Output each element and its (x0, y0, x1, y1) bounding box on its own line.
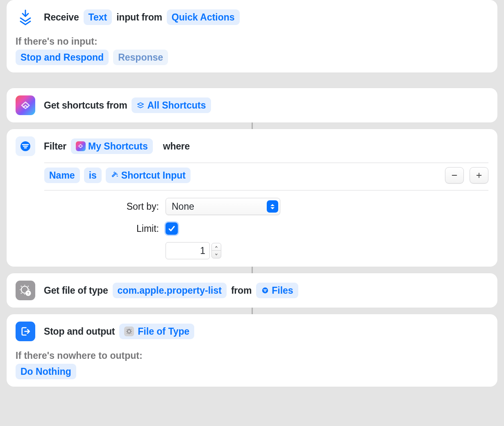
gear-question-icon: ? (16, 281, 35, 300)
gear-chip-icon (124, 326, 134, 336)
output-value[interactable]: File of Type (119, 324, 194, 339)
limit-field[interactable]: 1 (166, 242, 210, 259)
svg-point-14 (127, 330, 131, 333)
shortcuts-app-icon (16, 95, 35, 115)
sort-row: Sort by: None (44, 198, 488, 215)
filter-prefix: Filter (44, 137, 66, 156)
nowhere-action[interactable]: Do Nothing (16, 364, 76, 379)
filter-operator[interactable]: is (84, 168, 102, 183)
filter-value[interactable]: Shortcut Input (106, 168, 191, 183)
limit-label: Limit: (44, 223, 159, 234)
getfile-prefix: Get file of type (44, 281, 108, 300)
getfile-source[interactable]: Files (256, 283, 298, 298)
wand-icon (111, 171, 119, 179)
receive-icon (16, 7, 35, 27)
connector (252, 308, 253, 314)
filter-where: where (163, 137, 190, 156)
get-shortcuts-source[interactable]: All Shortcuts (132, 97, 211, 113)
chevron-updown-icon (267, 200, 278, 213)
limit-stepper[interactable] (211, 243, 221, 258)
getfile-type[interactable]: com.apple.property-list (113, 283, 227, 298)
no-input-response[interactable]: Response (113, 50, 168, 65)
getfile-middle: from (231, 281, 252, 300)
filter-mini-icon (261, 286, 269, 295)
filter-source[interactable]: My Shortcuts (71, 138, 153, 154)
sort-value: None (172, 201, 194, 212)
nowhere-label: If there's nowhere to output: (16, 350, 488, 361)
filter-condition-row: Name is Shortcut Input (44, 167, 488, 184)
output-card: Stop and output File of Type If there's … (7, 314, 497, 387)
svg-text:?: ? (27, 291, 30, 295)
receive-type-pill[interactable]: Text (84, 9, 112, 25)
connector (252, 122, 253, 129)
no-input-label: If there's no input: (16, 36, 488, 47)
sort-label: Sort by: (44, 201, 159, 212)
get-file-card: ? Get file of type com.apple.property-li… (7, 273, 497, 308)
add-condition-button[interactable] (470, 167, 488, 184)
receive-prefix: Receive (44, 8, 79, 27)
stepper-up[interactable] (212, 243, 221, 251)
filter-card: Filter My Shortcuts where Name is Shortc… (7, 129, 497, 267)
divider (44, 163, 488, 163)
filter-icon (16, 136, 35, 156)
receive-card: Receive Text input from Quick Actions If… (7, 0, 497, 73)
sort-select[interactable]: None (166, 198, 280, 215)
shortcuts-mini-icon (76, 141, 86, 151)
divider (44, 190, 488, 190)
get-shortcuts-card: Get shortcuts from All Shortcuts (7, 88, 497, 122)
limit-row: Limit: (44, 222, 488, 235)
output-prefix: Stop and output (44, 322, 115, 341)
no-input-action[interactable]: Stop and Respond (16, 50, 109, 65)
exit-icon (16, 322, 35, 341)
get-shortcuts-prefix: Get shortcuts from (44, 96, 127, 115)
stack-icon (136, 101, 145, 109)
stepper-down[interactable] (212, 251, 221, 258)
connector (252, 267, 253, 273)
receive-source-pill[interactable]: Quick Actions (167, 9, 240, 25)
limit-value-row: 1 (44, 242, 488, 259)
receive-middle: input from (116, 8, 162, 27)
limit-checkbox[interactable] (166, 222, 178, 235)
remove-condition-button[interactable] (445, 167, 464, 184)
filter-field[interactable]: Name (44, 168, 80, 183)
